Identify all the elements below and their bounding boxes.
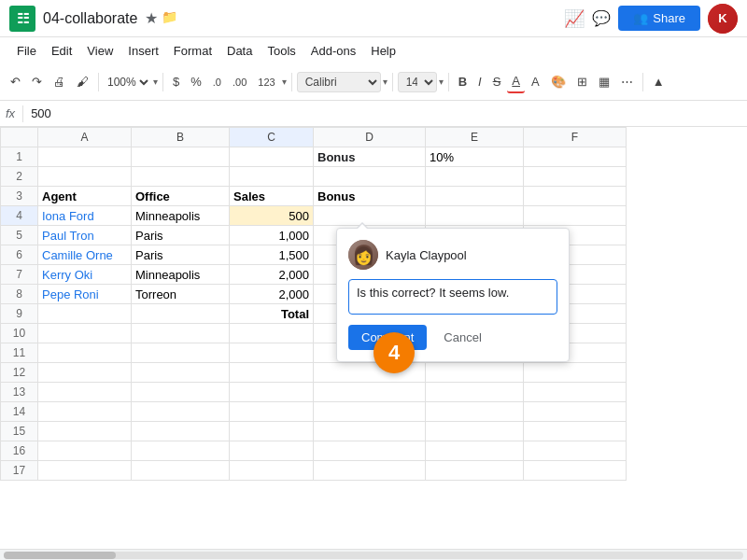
currency-button[interactable]: $ <box>168 71 184 92</box>
cell-c8[interactable]: 2,000 <box>230 285 314 304</box>
row-num[interactable]: 11 <box>1 343 38 363</box>
cell-e3[interactable] <box>426 187 524 206</box>
cell-b8[interactable]: Torreon <box>132 285 230 304</box>
row-num[interactable]: 1 <box>1 147 38 167</box>
more-button[interactable]: ⋯ <box>616 71 638 92</box>
cell-b4[interactable]: Minneapolis <box>132 206 230 226</box>
cell-d3[interactable]: Bonus <box>314 187 426 206</box>
cell-b2[interactable] <box>132 167 230 187</box>
cell-d4[interactable] <box>314 206 426 226</box>
redo-button[interactable]: ↷ <box>27 71 47 92</box>
cell-b1[interactable] <box>132 147 230 167</box>
collapse-button[interactable]: ▲ <box>648 71 669 92</box>
text-color-button[interactable]: A <box>527 71 544 92</box>
cell-b9[interactable] <box>132 304 230 324</box>
fill-color-button[interactable]: 🎨 <box>546 71 571 92</box>
cell-c4[interactable]: 500 <box>230 206 314 226</box>
row-num[interactable]: 12 <box>1 363 38 383</box>
row-num[interactable]: 7 <box>1 265 38 285</box>
strikethrough-button[interactable]: S <box>488 71 506 92</box>
cell-d2[interactable] <box>314 167 426 187</box>
cell-f3[interactable] <box>524 187 627 206</box>
cell-c5[interactable]: 1,000 <box>230 226 314 245</box>
row-num[interactable]: 2 <box>1 167 38 187</box>
col-header-f[interactable]: F <box>524 128 627 147</box>
menu-addons[interactable]: Add-ons <box>303 40 363 62</box>
chat-icon[interactable]: 💬 <box>592 9 611 27</box>
menu-file[interactable]: File <box>9 40 44 62</box>
cell-f2[interactable] <box>524 167 627 187</box>
cell-c1[interactable] <box>230 147 314 167</box>
col-header-e[interactable]: E <box>426 128 524 147</box>
cell-a4[interactable]: Iona Ford <box>38 206 132 226</box>
cell-f1[interactable] <box>524 147 627 167</box>
cell-c2[interactable] <box>230 167 314 187</box>
cell-d1[interactable]: Bonus <box>314 147 426 167</box>
avatar[interactable]: K <box>708 4 738 34</box>
cell-c7[interactable]: 2,000 <box>230 265 314 285</box>
scroll-track[interactable] <box>4 552 743 559</box>
zoom-select[interactable]: 100%75%50%150% <box>104 75 151 90</box>
menu-data[interactable]: Data <box>219 40 260 62</box>
italic-button[interactable]: I <box>473 71 486 92</box>
cell-a5[interactable]: Paul Tron <box>38 226 132 245</box>
col-header-d[interactable]: D <box>314 128 426 147</box>
paintformat-button[interactable]: 🖌 <box>72 71 93 92</box>
cell-a2[interactable] <box>38 167 132 187</box>
cell-c6[interactable]: 1,500 <box>230 245 314 265</box>
print-button[interactable]: 🖨 <box>49 71 70 92</box>
folder-icon[interactable]: 📁 <box>162 9 177 27</box>
comment-input[interactable] <box>348 279 557 315</box>
menu-format[interactable]: Format <box>166 40 219 62</box>
menu-edit[interactable]: Edit <box>44 40 79 62</box>
share-button[interactable]: 👥 Share <box>618 6 700 31</box>
row-num[interactable]: 9 <box>1 304 38 324</box>
cell-e4[interactable] <box>426 206 524 226</box>
cell-c3[interactable]: Sales <box>230 187 314 206</box>
cancel-button[interactable]: Cancel <box>434 325 490 350</box>
undo-button[interactable]: ↶ <box>6 71 25 92</box>
col-header-a[interactable]: A <box>38 128 132 147</box>
col-header-c[interactable]: C <box>230 128 314 147</box>
row-num[interactable]: 5 <box>1 226 38 245</box>
row-num[interactable]: 10 <box>1 324 38 343</box>
cell-a3[interactable]: Agent <box>38 187 132 206</box>
row-num[interactable]: 6 <box>1 245 38 265</box>
menu-tools[interactable]: Tools <box>260 40 303 62</box>
row-num[interactable]: 3 <box>1 187 38 206</box>
decrease-decimals-button[interactable]: .0 <box>208 73 226 91</box>
cell-b6[interactable]: Paris <box>132 245 230 265</box>
borders-button[interactable]: ⊞ <box>572 71 592 92</box>
cell-e1[interactable]: 10% <box>426 147 524 167</box>
cell-c9[interactable]: Total <box>230 304 314 324</box>
cell-e2[interactable] <box>426 167 524 187</box>
row-num[interactable]: 15 <box>1 422 38 441</box>
trend-icon[interactable]: 📈 <box>564 8 585 29</box>
col-header-b[interactable]: B <box>132 128 230 147</box>
row-num[interactable]: 14 <box>1 402 38 422</box>
cell-a9[interactable] <box>38 304 132 324</box>
horizontal-scrollbar[interactable] <box>0 549 747 560</box>
increase-decimals-button[interactable]: .00 <box>228 73 251 91</box>
menu-help[interactable]: Help <box>363 40 403 62</box>
cell-b7[interactable]: Minneapolis <box>132 265 230 285</box>
number-format-button[interactable]: 123 <box>253 73 279 91</box>
cell-a6[interactable]: Camille Orne <box>38 245 132 265</box>
font-select[interactable]: CalibriArialTimes New Roman <box>297 72 381 92</box>
row-num[interactable]: 16 <box>1 441 38 461</box>
merge-button[interactable]: ▦ <box>594 71 614 92</box>
cell-b3[interactable]: Office <box>132 187 230 206</box>
cell-a7[interactable]: Kerry Oki <box>38 265 132 285</box>
menu-insert[interactable]: Insert <box>120 40 166 62</box>
cell-b5[interactable]: Paris <box>132 226 230 245</box>
scroll-thumb[interactable] <box>4 552 116 559</box>
menu-view[interactable]: View <box>79 40 120 62</box>
cell-f4[interactable] <box>524 206 627 226</box>
percent-button[interactable]: % <box>186 71 206 92</box>
bold-button[interactable]: B <box>454 71 472 92</box>
underline-button[interactable]: A <box>507 70 525 93</box>
star-icon[interactable]: ★ <box>145 9 158 27</box>
row-num[interactable]: 17 <box>1 461 38 481</box>
cell-a8[interactable]: Pepe Roni <box>38 285 132 304</box>
row-num[interactable]: 13 <box>1 383 38 402</box>
